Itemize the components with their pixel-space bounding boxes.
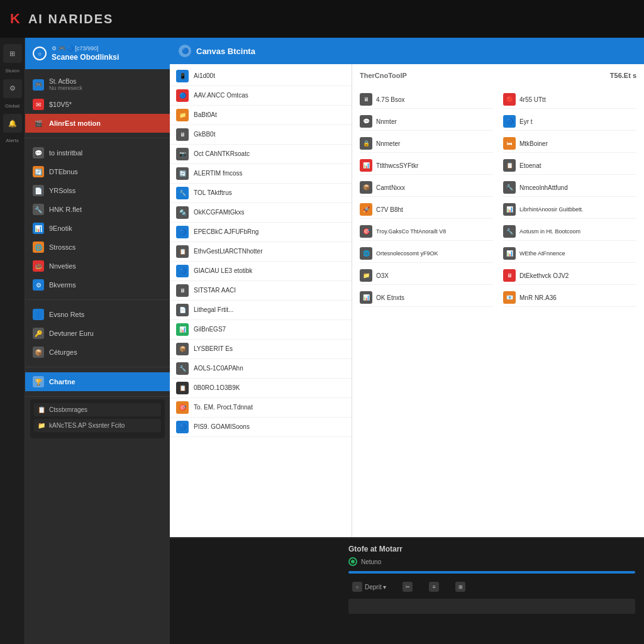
list-item-7[interactable]: 🔩 OkKCGFAMtGkxs xyxy=(170,203,352,223)
list-item-16[interactable]: 📋 0B0RO.1O3B9K xyxy=(170,379,352,398)
sidebar-sub-item-1[interactable]: 📋 Ctsstxmrages xyxy=(34,403,161,416)
detail-item-8[interactable]: 📦 CamtNxxx xyxy=(360,179,493,197)
sidebar-item-strosscs[interactable]: 🌐 Strosscs xyxy=(25,238,170,257)
list-item-10[interactable]: 🔵 GIACiAU LE3 etotibk xyxy=(170,262,352,281)
detail-item-10[interactable]: 🚀 C7V B8ht xyxy=(360,201,493,219)
list-item-14[interactable]: 📦 LYSBERIT Es xyxy=(170,340,352,359)
detail-item-19[interactable]: 📧 MnR NR.A36 xyxy=(503,289,636,307)
chartne-label: Chartne xyxy=(49,378,75,386)
list-item-9[interactable]: 📋 EthvGestLtARCTNhotter xyxy=(170,242,352,262)
bottom-toolbar: ○ Deprit ▾ ✂ ≡ ⊞ xyxy=(348,580,635,594)
list-item-icon-12: 📄 xyxy=(176,304,189,316)
sidebar-icon-gear[interactable]: ⚙ xyxy=(3,79,22,98)
sidebar-item-acbos[interactable]: 🎮 St. AcBos Nu mereseck xyxy=(25,74,170,95)
detail-item-5[interactable]: 🛏 MtkBoiner xyxy=(503,135,636,153)
list-item-13[interactable]: 📊 GilBnEGS7 xyxy=(170,320,352,340)
detail-item-0[interactable]: 🖥 4.7S Bsox xyxy=(360,91,493,109)
detail-item-3[interactable]: 🔵 Eyr t xyxy=(503,113,636,131)
devtunereuru-label: Devtuner Euru xyxy=(49,330,94,337)
detail-item-12[interactable]: 🎯 Troy.GaksCo ThtAnorailt V8 xyxy=(360,223,493,241)
list-item-12[interactable]: 📄 Lithegal Frtit... xyxy=(170,301,352,320)
list-item-11[interactable]: 🖥 SITSTAR AACI xyxy=(170,281,352,301)
detail-item-17[interactable]: 🖥 DtEkethvck OJV2 xyxy=(503,267,636,285)
sidebar-item-nnveties[interactable]: 🍩 Nnveties xyxy=(25,257,170,275)
list-item-icon-0: 📱 xyxy=(176,70,189,82)
list-item-5[interactable]: 🔄 ALERTIM fmcoss xyxy=(170,164,352,184)
toolbar-btn-menu[interactable]: ≡ xyxy=(425,580,443,594)
list-item-icon-6: 🔧 xyxy=(176,187,189,199)
detail-item-9[interactable]: 🔧 NmceolnhAttfund xyxy=(503,179,636,197)
sidebar-item-chartne[interactable]: 🏆 Chartne xyxy=(25,372,170,391)
sidebar-icon-grid[interactable]: ⊞ xyxy=(3,44,22,63)
list-item-icon-8: 🔵 xyxy=(176,226,189,238)
list-item-17[interactable]: 🎯 To. EM. Proct.Tdnnat xyxy=(170,398,352,418)
sidebar-item-motion[interactable]: 🎬 AlinrEst motion xyxy=(25,114,170,133)
detail-item-18[interactable]: 📊 OK Etnxts xyxy=(360,289,493,307)
acbos-label: St. AcBos xyxy=(49,78,82,85)
sidebar-item-yrsolss[interactable]: 📄 YRSolss xyxy=(25,181,170,200)
strosscs-icon: 🌐 xyxy=(33,242,44,253)
detail-label-1: 4r55 UTtt xyxy=(519,96,546,103)
list-item-3[interactable]: 🖥 GkBB0t xyxy=(170,125,352,145)
detail-item-16[interactable]: 📁 O3X xyxy=(360,267,493,285)
detail-label-4: Nnmeter xyxy=(376,140,400,147)
deprit-label: Deprit ▾ xyxy=(365,584,386,591)
detail-item-13[interactable]: 🔧 Aotusm in Ht. Bootcoom xyxy=(503,223,636,241)
list-item-icon-18: 🔵 xyxy=(176,421,189,433)
detail-item-11[interactable]: 📊 LibrhintAnoosir Guitbbett. xyxy=(503,201,636,219)
detail-icon-12: 🎯 xyxy=(360,225,372,238)
sidebar-item-devtunereuru[interactable]: 🔑 Devtuner Euru xyxy=(25,324,170,343)
list-item-6[interactable]: 🔧 TOL TAktftrus xyxy=(170,184,352,203)
sidebar-item-stovs[interactable]: ✉ $10V5* xyxy=(25,95,170,114)
bottom-input-bar[interactable] xyxy=(348,599,635,614)
list-item-label-15: AOLS-1C0APAhn xyxy=(194,365,243,372)
sidebar-item-dtebnus[interactable]: 🔄 DTEbnus xyxy=(25,162,170,181)
sidebar-sub-item-2[interactable]: 📁 kANcTES.AP Sxsnter Fcito xyxy=(34,419,161,432)
list-item-8[interactable]: 🔵 EPECBkC AJFUFbRng xyxy=(170,223,352,242)
sidebar-icon-bell[interactable]: 🔔 xyxy=(3,114,22,133)
detail-item-7[interactable]: 📋 Etoenat xyxy=(503,157,636,175)
toolbar-btn-deprit[interactable]: ○ Deprit ▾ xyxy=(348,580,390,594)
detail-icon-2: 💬 xyxy=(360,115,372,128)
detail-icon-5: 🛏 xyxy=(503,137,516,150)
detail-item-15[interactable]: 📊 WEthe AtFnnence xyxy=(503,245,636,263)
sidebar-item-9enotik[interactable]: 📊 9Enotik xyxy=(25,219,170,238)
detail-icon-8: 📦 xyxy=(360,181,372,194)
center-header-icon: 🔵 xyxy=(179,45,191,57)
center-header-title: Canvas Btcinta xyxy=(196,47,255,56)
toolbar-btn-scissors[interactable]: ✂ xyxy=(399,580,416,594)
instritbal-icon: 💬 xyxy=(33,147,44,158)
list-item-icon-17: 🎯 xyxy=(176,401,189,414)
detail-label-16: O3X xyxy=(376,272,389,279)
list-item-label-5: ALERTIM fmcoss xyxy=(194,170,243,177)
list-item-label-0: Ai1d00t xyxy=(194,72,215,80)
detail-item-1[interactable]: 🔴 4r55 UTtt xyxy=(503,91,636,109)
bottom-right-title: Gtofe at Motarr xyxy=(348,545,635,553)
toolbar-btn-grid[interactable]: ⊞ xyxy=(452,580,469,594)
list-item-18[interactable]: 🔵 PIS9. GOAMISoons xyxy=(170,418,352,437)
bottom-inner: Gtofe at Motarr Netuno ○ Deprit ▾ xyxy=(170,538,644,644)
sidebar-item-evsnorets[interactable]: 👤 Evsno Rets xyxy=(25,305,170,324)
detail-item-4[interactable]: 🔒 Nnmeter xyxy=(360,135,493,153)
sidebar-item-hnkrflet[interactable]: 🔧 HNK R.flet xyxy=(25,200,170,219)
sidebar-item-instritbal[interactable]: 💬 to instritbal xyxy=(25,143,170,162)
detail-item-2[interactable]: 💬 Nnmter xyxy=(360,113,493,131)
list-item-2[interactable]: 📁 BaBt0At xyxy=(170,106,352,125)
sidebar-item-bkverms[interactable]: ⚙ Bkverms xyxy=(25,275,170,294)
list-item-4[interactable]: 📷 Oct CAhNTKRsoatc xyxy=(170,145,352,164)
stovs-icon: ✉ xyxy=(33,99,44,110)
list-item-1[interactable]: 🔵 AAV.ANCC Omtcas xyxy=(170,86,352,106)
detail-item-14[interactable]: 🌐 Ortesnolecosomt yF9OK xyxy=(360,245,493,263)
acbos-sublabel: Nu mereseck xyxy=(49,85,82,91)
sidebar-section-active: 🏆 Chartne xyxy=(25,367,170,397)
sidebar-section-1: 🎮 St. AcBos Nu mereseck ✉ $10V5* 🎬 Alinr… xyxy=(25,69,170,138)
9enotik-label: 9Enotik xyxy=(49,225,72,232)
items-list: 📱 Ai1d00t 🔵 AAV.ANCC Omtcas 📁 BaBt0At 🖥 … xyxy=(170,64,352,537)
detail-item-6[interactable]: 📊 TtlthwcsSYFtkr xyxy=(360,157,493,175)
list-item-0[interactable]: 📱 Ai1d00t xyxy=(170,67,352,86)
list-item-15[interactable]: 🔧 AOLS-1C0APAhn xyxy=(170,359,352,379)
hnkrflet-label: HNK R.flet xyxy=(49,206,82,213)
detail-label-15: WEthe AtFnnence xyxy=(519,250,565,257)
sidebar-item-ceturges[interactable]: 📦 Céturges xyxy=(25,343,170,362)
detail-icon-10: 🚀 xyxy=(360,203,372,216)
